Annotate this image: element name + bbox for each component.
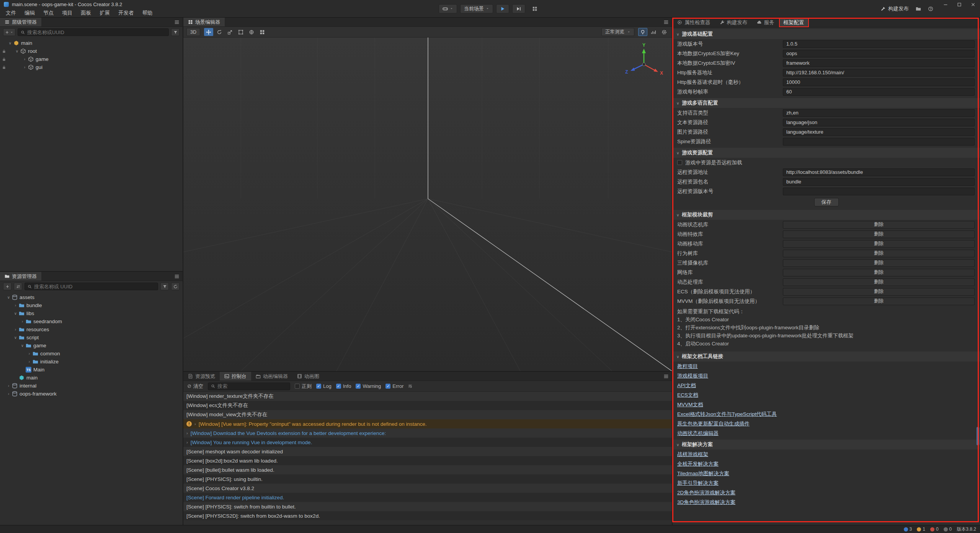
- tree-row[interactable]: › common: [0, 350, 183, 358]
- create-asset-button[interactable]: [3, 283, 11, 290]
- menu-node[interactable]: 节点: [39, 8, 58, 18]
- create-node-button[interactable]: [3, 28, 15, 36]
- log-entry[interactable]: [Scene] [box2d]:box2d wasm lib loaded.: [183, 456, 672, 465]
- panel-menu-icon[interactable]: [660, 18, 672, 26]
- tree-row[interactable]: › resources: [0, 325, 183, 334]
- snap-toggle[interactable]: [258, 28, 267, 36]
- remote-version-input[interactable]: [783, 188, 975, 195]
- console-search[interactable]: [208, 383, 290, 390]
- menu-edit[interactable]: 编辑: [20, 8, 39, 18]
- tab-build-publish[interactable]: 构建发布: [715, 18, 752, 27]
- project-folder-button[interactable]: [916, 6, 921, 11]
- expand-chevron-icon[interactable]: ›: [186, 440, 188, 445]
- expander-icon[interactable]: ›: [21, 57, 28, 61]
- lock-icon[interactable]: [2, 65, 6, 69]
- log-entry[interactable]: [Scene] [PHYSICS]: switch from builtin t…: [183, 502, 672, 511]
- log-entry[interactable]: [Window] render_texture文件夹不存在: [183, 392, 672, 401]
- expander-icon[interactable]: ∨: [7, 41, 13, 45]
- remote-bundle-name-input[interactable]: [783, 178, 975, 186]
- filter-warning[interactable]: Warning: [356, 383, 381, 389]
- panel-menu-icon[interactable]: [171, 272, 183, 281]
- log-entry[interactable]: [Scene] meshopt wasm decoder initialized: [183, 447, 672, 456]
- delete-dynamic-button[interactable]: 删除: [783, 278, 975, 286]
- menu-extension[interactable]: 扩展: [95, 8, 114, 18]
- scene-stats-button[interactable]: [649, 28, 658, 36]
- link-ecs-docs[interactable]: ECS文档: [677, 390, 698, 400]
- log-entry-info[interactable]: › [Window] Download the Vue Devtools ext…: [183, 428, 672, 438]
- tab-animation-graph[interactable]: 动画图: [292, 372, 324, 381]
- filter-log[interactable]: Log: [316, 383, 332, 389]
- link-mvvm-docs[interactable]: MVVM文档: [677, 400, 703, 409]
- scene-settings-button[interactable]: [660, 28, 669, 36]
- tab-console[interactable]: 控制台: [220, 372, 251, 381]
- section-resource-config[interactable]: ∨ 游戏资源配置: [673, 148, 980, 158]
- link-fullstack-solution[interactable]: 全栈开发解决方案: [677, 459, 719, 469]
- game-version-input[interactable]: [783, 40, 975, 48]
- tab-scene-editor[interactable]: 场景编辑器: [183, 18, 225, 26]
- section-basic-config[interactable]: ∨ 游戏基础配置: [673, 29, 980, 39]
- delete-mvvm-button[interactable]: 删除: [783, 298, 975, 305]
- remote-load-checkbox[interactable]: [677, 160, 682, 165]
- link-api-docs[interactable]: API文档: [677, 381, 696, 390]
- tree-row[interactable]: ∨ game: [0, 342, 183, 350]
- lock-icon[interactable]: [2, 57, 6, 61]
- sort-assets-button[interactable]: [14, 283, 22, 290]
- mode-3d-toggle[interactable]: 3D: [186, 28, 200, 36]
- build-publish-button[interactable]: 构建发布: [880, 5, 909, 12]
- link-3d-rpg-solution[interactable]: 3D角色扮演游戏解决方案: [677, 497, 735, 507]
- hierarchy-search[interactable]: [18, 28, 169, 36]
- tree-row[interactable]: ∨ assets: [0, 293, 183, 301]
- link-hotupdate-plugin[interactable]: 原生包热更新配置自动生成插件: [677, 419, 750, 428]
- axis-z-cone[interactable]: [630, 68, 635, 71]
- help-button[interactable]: [928, 6, 933, 11]
- inspector-scrollbar[interactable]: [977, 427, 979, 445]
- expander-icon[interactable]: ›: [19, 319, 26, 324]
- log-checkbox[interactable]: [316, 384, 321, 389]
- error-checkbox[interactable]: [385, 384, 390, 389]
- error-count-badge[interactable]: 0: [930, 526, 939, 532]
- regex-toggle[interactable]: 正则: [295, 383, 312, 390]
- link-template-project[interactable]: 游戏模板项目: [677, 371, 708, 381]
- hierarchy-search-input[interactable]: [27, 29, 166, 35]
- expander-icon[interactable]: ∨: [19, 343, 26, 348]
- expander-icon[interactable]: ›: [12, 327, 19, 332]
- axis-gizmo[interactable]: Y X Z: [623, 42, 665, 84]
- filter-info[interactable]: Info: [336, 383, 351, 389]
- scene-viewport[interactable]: Y X Z: [183, 38, 672, 371]
- expander-icon[interactable]: ›: [21, 65, 28, 69]
- axis-x-cone[interactable]: [654, 69, 658, 72]
- menu-file[interactable]: 文件: [2, 8, 20, 18]
- remote-res-url-input[interactable]: [783, 168, 975, 176]
- expander-icon[interactable]: ›: [5, 384, 12, 388]
- info-count-badge[interactable]: 3: [904, 526, 912, 532]
- scene-light-toggle[interactable]: [638, 28, 647, 36]
- log-entry[interactable]: [Scene] Cocos Creator v3.8.2: [183, 484, 672, 493]
- delete-network-button[interactable]: 删除: [783, 269, 975, 276]
- delete-move-button[interactable]: 删除: [783, 240, 975, 248]
- expander-icon[interactable]: ›: [12, 303, 19, 307]
- tree-row[interactable]: › oops-framework: [0, 390, 183, 398]
- link-animator-editor[interactable]: 动画状态机编辑器: [677, 428, 719, 438]
- tab-animation-editor[interactable]: 动画编辑器: [251, 372, 292, 381]
- tree-row[interactable]: ∨ libs: [0, 309, 183, 317]
- log-entry-warning[interactable]: ! › [Window] [Vue warn]: Property "onInp…: [183, 419, 672, 428]
- link-2d-rpg-solution[interactable]: 2D角色扮演游戏解决方案: [677, 488, 735, 497]
- misc-count-badge[interactable]: 0: [944, 526, 952, 532]
- http-server-input[interactable]: [783, 69, 975, 77]
- minimize-button[interactable]: [939, 0, 952, 9]
- log-entry-info[interactable]: [Scene] Forward render pipeline initiali…: [183, 493, 672, 502]
- link-tutorial-project[interactable]: 教程项目: [677, 361, 698, 371]
- log-entry[interactable]: [Window] ecs文件夹不存在: [183, 401, 672, 410]
- assets-search-input[interactable]: [34, 284, 155, 289]
- preview-target-button[interactable]: [439, 4, 457, 13]
- tab-asset-preview[interactable]: 资源预览: [183, 372, 220, 381]
- expander-icon[interactable]: ∨: [5, 295, 12, 299]
- link-tiledmap-solution[interactable]: Tiledmap地图解决方案: [677, 469, 729, 478]
- delete-effect-button[interactable]: 删除: [783, 231, 975, 238]
- section-solutions[interactable]: ∨ 框架解决方案: [673, 440, 980, 450]
- image-res-path-input[interactable]: [783, 128, 975, 136]
- crypto-key-input[interactable]: [783, 50, 975, 57]
- menu-project[interactable]: 项目: [58, 8, 77, 18]
- hierarchy-filter-button[interactable]: [171, 28, 180, 36]
- tree-row[interactable]: › gui: [0, 63, 183, 71]
